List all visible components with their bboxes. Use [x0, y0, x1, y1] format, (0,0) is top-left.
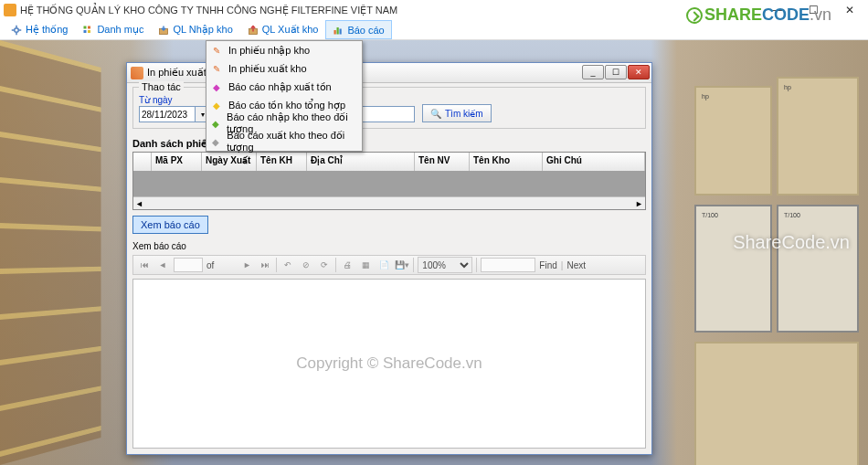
svg-rect-1	[84, 26, 87, 28]
dropdown-in-phieu-xuat[interactable]: ✎ In phiếu xuất kho	[206, 59, 362, 78]
dropdown-bc-nhap-xuat-ton[interactable]: ◆ Báo cáo nhập xuất tồn	[206, 78, 362, 96]
col-ten-kho[interactable]: Tên Kho	[470, 153, 543, 171]
search-button[interactable]: Tìm kiếm	[422, 104, 492, 122]
child-minimize-button[interactable]: _	[582, 65, 604, 79]
tag-icon: ◆	[210, 80, 223, 93]
import-icon	[158, 25, 169, 36]
col-dia-chi[interactable]: Địa Chỉ	[307, 153, 415, 171]
from-date-label: Từ ngày	[139, 95, 210, 105]
tag-icon: ◆	[210, 99, 223, 111]
col-ghi-chu[interactable]: Ghi Chú	[543, 153, 645, 171]
child-maximize-button[interactable]: ☐	[605, 65, 627, 79]
svg-point-0	[15, 27, 19, 32]
page-setup-button[interactable]: 📄	[376, 258, 391, 272]
svg-rect-3	[84, 30, 87, 33]
prev-page-button[interactable]: ◄	[155, 258, 170, 272]
logo-icon	[686, 7, 703, 24]
watermark-side: ShareCode.vn	[733, 232, 850, 253]
child-close-button[interactable]: ✕	[628, 65, 650, 79]
menu-bao-cao[interactable]: Báo cáo	[325, 20, 391, 39]
from-date-input[interactable]	[139, 106, 196, 122]
first-page-button[interactable]: ⏮	[137, 258, 152, 272]
report-viewer: Copyright © ShareCode.vn	[132, 279, 646, 449]
stop-button[interactable]: ⊘	[299, 258, 313, 272]
refresh-button[interactable]: ⟳	[317, 258, 332, 272]
menu-he-thong[interactable]: Hệ thống	[4, 20, 75, 39]
col-ten-kh[interactable]: Tên KH	[257, 153, 307, 171]
back-button[interactable]: ↶	[281, 258, 295, 272]
next-page-button[interactable]: ►	[239, 258, 254, 272]
chart-icon	[333, 25, 344, 36]
tag-icon: ◆	[210, 135, 221, 148]
svg-rect-8	[337, 27, 339, 35]
export-icon	[248, 25, 259, 36]
next-label[interactable]: Next	[566, 260, 586, 270]
dropdown-bc-xuat-doi-tuong[interactable]: ◆ Báo cáo xuất kho theo đối tượng	[206, 132, 362, 151]
export-button[interactable]: 💾▾	[395, 258, 409, 272]
pencil-icon: ✎	[210, 44, 223, 57]
menu-danh-muc[interactable]: Danh mục	[75, 20, 151, 39]
svg-rect-2	[88, 26, 90, 28]
menu-ql-xuat-kho[interactable]: QL Xuất kho	[240, 20, 326, 39]
page-number-input[interactable]	[174, 258, 203, 272]
of-label: of	[206, 260, 214, 270]
watermark-center: Copyright © ShareCode.vn	[133, 280, 645, 448]
report-toolbar: ⏮ ◄ of ► ⏭ ↶ ⊘ ⟳ 🖨 ▦ 📄 💾▾ 100% Find | Ne…	[132, 255, 646, 275]
find-input[interactable]	[481, 258, 535, 272]
col-ma-px[interactable]: Mã PX	[152, 153, 202, 171]
zoom-select[interactable]: 100%	[418, 257, 472, 273]
print-layout-button[interactable]: ▦	[358, 258, 373, 272]
report-area-label: Xem báo cáo	[132, 241, 646, 251]
sharecode-logo: SHARECODE.vn	[686, 5, 831, 25]
list-icon	[82, 25, 93, 36]
close-button[interactable]: ✕	[831, 0, 868, 20]
row-header-corner	[133, 153, 152, 171]
svg-rect-9	[340, 28, 342, 34]
data-grid[interactable]: Mã PX Ngày Xuất Tên KH Địa Chỉ Tên NV Tê…	[132, 152, 646, 210]
svg-rect-4	[88, 30, 90, 33]
form-icon	[131, 67, 143, 79]
svg-rect-7	[334, 30, 336, 35]
group-title: Thao tác	[139, 81, 184, 92]
print-button[interactable]: 🖨	[340, 258, 355, 272]
tag-icon: ◆	[210, 117, 221, 130]
grid-scrollbar[interactable]: ◄►	[133, 196, 645, 209]
last-page-button[interactable]: ⏭	[258, 258, 272, 272]
menu-ql-nhap-kho[interactable]: QL Nhập kho	[151, 20, 239, 39]
dropdown-in-phieu-nhap[interactable]: ✎ In phiếu nhập kho	[206, 41, 362, 59]
grid-header: Mã PX Ngày Xuất Tên KH Địa Chỉ Tên NV Tê…	[133, 153, 645, 171]
pencil-icon: ✎	[210, 62, 223, 75]
col-ngay-xuat[interactable]: Ngày Xuất	[202, 153, 257, 171]
find-label[interactable]: Find	[539, 260, 556, 270]
view-report-button[interactable]: Xem báo cáo	[132, 216, 208, 234]
bao-cao-dropdown: ✎ In phiếu nhập kho ✎ In phiếu xuất kho …	[206, 40, 363, 152]
app-title: HỆ THỐNG QUẢN LÝ KHO CÔNG TY TNHH CÔNG N…	[20, 5, 397, 16]
app-icon	[4, 4, 16, 16]
mdi-workspace: hp hp T/100 T/100 ShareCode.vn In phiếu …	[0, 40, 868, 465]
col-ten-nv[interactable]: Tên NV	[415, 153, 470, 171]
gear-icon	[11, 25, 22, 36]
